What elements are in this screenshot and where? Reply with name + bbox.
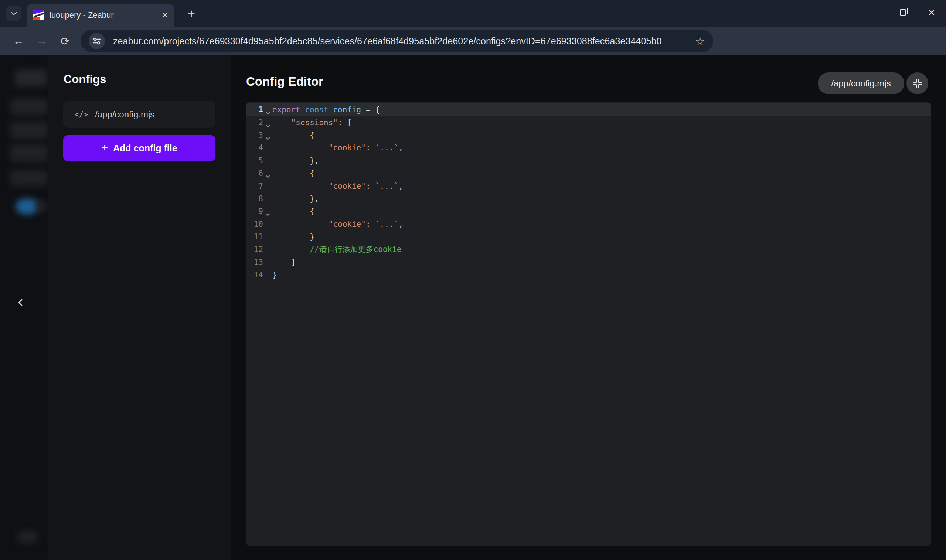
tab-title: luoupery - Zeabur bbox=[49, 10, 159, 20]
code-line-9[interactable]: 9 { bbox=[246, 205, 931, 218]
code-text: }, bbox=[272, 156, 319, 165]
sidebar-collapse-button[interactable] bbox=[19, 300, 29, 309]
line-number: 2 bbox=[246, 118, 263, 127]
reload-button[interactable]: ⟳ bbox=[55, 26, 75, 55]
code-line-11[interactable]: 11 } bbox=[246, 231, 931, 243]
code-line-7[interactable]: 7 "cookie": `...`, bbox=[246, 180, 931, 192]
forward-button[interactable]: → bbox=[31, 26, 52, 55]
fold-chevron-icon[interactable] bbox=[263, 106, 272, 114]
configs-panel: Configs </> /app/config.mjs + Add config… bbox=[48, 55, 231, 560]
project-sidebar bbox=[0, 55, 48, 560]
browser-toolbar: ← → ⟳ zeabur.com/projects/67e69330f4d95a… bbox=[0, 26, 946, 55]
current-file-pill[interactable]: /app/config.mjs bbox=[818, 72, 904, 94]
back-button[interactable]: ← bbox=[8, 26, 29, 55]
code-file-icon: </> bbox=[74, 110, 88, 119]
bookmark-star-icon[interactable]: ☆ bbox=[695, 35, 705, 48]
plus-icon: + bbox=[101, 142, 108, 154]
browser-tab[interactable]: luoupery - Zeabur × bbox=[26, 4, 174, 26]
line-number: 6 bbox=[246, 169, 263, 178]
code-text: { bbox=[272, 207, 314, 216]
code-line-4[interactable]: 4 "cookie": `...`, bbox=[246, 142, 931, 154]
configs-panel-title: Configs bbox=[63, 73, 106, 86]
redacted-sidebar-item[interactable] bbox=[10, 122, 48, 139]
config-file-name: /app/config.mjs bbox=[95, 109, 154, 120]
code-text: { bbox=[272, 131, 314, 140]
fold-chevron-icon[interactable] bbox=[263, 169, 272, 177]
new-tab-button[interactable]: + bbox=[183, 5, 200, 22]
code-text: "sessions": [ bbox=[272, 118, 352, 127]
code-text: //请自行添加更多cookie bbox=[272, 244, 401, 254]
fold-chevron-icon[interactable] bbox=[263, 131, 272, 139]
code-line-10[interactable]: 10 "cookie": `...`, bbox=[246, 218, 931, 231]
line-number: 5 bbox=[246, 156, 263, 165]
redacted-sidebar-item[interactable] bbox=[10, 170, 48, 186]
line-number: 9 bbox=[246, 207, 263, 216]
line-number: 12 bbox=[246, 245, 263, 254]
line-number: 14 bbox=[246, 271, 263, 279]
code-line-14[interactable]: 14} bbox=[246, 269, 931, 281]
redacted-sidebar-item[interactable] bbox=[10, 98, 48, 115]
fold-chevron-icon[interactable] bbox=[263, 207, 272, 215]
line-number: 11 bbox=[246, 232, 263, 241]
config-editor-section: Config Editor /app/config.mjs 1export co… bbox=[231, 55, 946, 560]
code-text: "cookie": `...`, bbox=[272, 143, 403, 152]
tab-close-icon[interactable]: × bbox=[162, 10, 168, 20]
window-restore-button[interactable] bbox=[888, 0, 917, 25]
redacted-bottom-item[interactable] bbox=[18, 531, 37, 543]
code-text: "cookie": `...`, bbox=[272, 182, 403, 191]
window-close-button[interactable]: × bbox=[917, 0, 946, 25]
address-bar[interactable]: zeabur.com/projects/67e69330f4d95a5bf2de… bbox=[80, 30, 713, 52]
config-editor-title: Config Editor bbox=[246, 75, 324, 89]
redacted-service-label[interactable] bbox=[36, 201, 47, 212]
redacted-sidebar-item[interactable] bbox=[10, 145, 48, 162]
code-text: }, bbox=[272, 194, 319, 203]
code-text: "cookie": `...`, bbox=[272, 220, 403, 229]
add-config-file-label: Add config file bbox=[113, 143, 177, 154]
code-line-8[interactable]: 8 }, bbox=[246, 192, 931, 205]
line-number: 4 bbox=[246, 143, 263, 152]
window-minimize-button[interactable]: — bbox=[860, 0, 888, 25]
redacted-service-icon[interactable] bbox=[15, 198, 39, 215]
zeabur-favicon bbox=[33, 10, 44, 20]
add-config-file-button[interactable]: + Add config file bbox=[63, 135, 216, 161]
code-lines: 1export const config = {2 "sessions": [3… bbox=[246, 103, 931, 281]
code-line-2[interactable]: 2 "sessions": [ bbox=[246, 116, 931, 129]
redacted-sidebar-item[interactable] bbox=[15, 69, 47, 86]
collapse-icon bbox=[912, 78, 923, 89]
window-controls: — × bbox=[860, 0, 946, 25]
code-editor[interactable]: 1export const config = {2 "sessions": [3… bbox=[246, 102, 931, 546]
tab-strip: luoupery - Zeabur × + — × bbox=[0, 0, 946, 26]
config-file-item[interactable]: </> /app/config.mjs bbox=[63, 101, 216, 128]
code-text: } bbox=[272, 271, 277, 279]
chevron-left-icon bbox=[18, 299, 26, 306]
code-line-5[interactable]: 5 }, bbox=[246, 154, 931, 167]
code-line-13[interactable]: 13 ] bbox=[246, 256, 931, 269]
line-number: 7 bbox=[246, 182, 263, 191]
site-settings-icon[interactable] bbox=[89, 33, 105, 49]
collapse-editor-button[interactable] bbox=[906, 72, 928, 94]
line-number: 1 bbox=[246, 105, 263, 114]
page: Configs </> /app/config.mjs + Add config… bbox=[0, 55, 946, 560]
line-number: 13 bbox=[246, 258, 263, 267]
code-line-12[interactable]: 12 //请自行添加更多cookie bbox=[246, 243, 931, 255]
chevron-down-icon bbox=[11, 9, 17, 15]
code-line-6[interactable]: 6 { bbox=[246, 167, 931, 180]
fold-chevron-icon[interactable] bbox=[263, 118, 272, 127]
code-line-1[interactable]: 1export const config = { bbox=[246, 103, 931, 116]
code-text: ] bbox=[272, 258, 296, 267]
url-text[interactable]: zeabur.com/projects/67e69330f4d95a5bf2de… bbox=[113, 36, 690, 46]
tab-search-button[interactable] bbox=[6, 6, 22, 21]
line-number: 8 bbox=[246, 194, 263, 203]
code-text: { bbox=[272, 169, 314, 178]
code-line-3[interactable]: 3 { bbox=[246, 129, 931, 142]
line-number: 10 bbox=[246, 220, 263, 229]
restore-icon bbox=[900, 9, 906, 15]
code-text: } bbox=[272, 232, 314, 241]
code-text: export const config = { bbox=[272, 105, 380, 114]
line-number: 3 bbox=[246, 131, 263, 140]
